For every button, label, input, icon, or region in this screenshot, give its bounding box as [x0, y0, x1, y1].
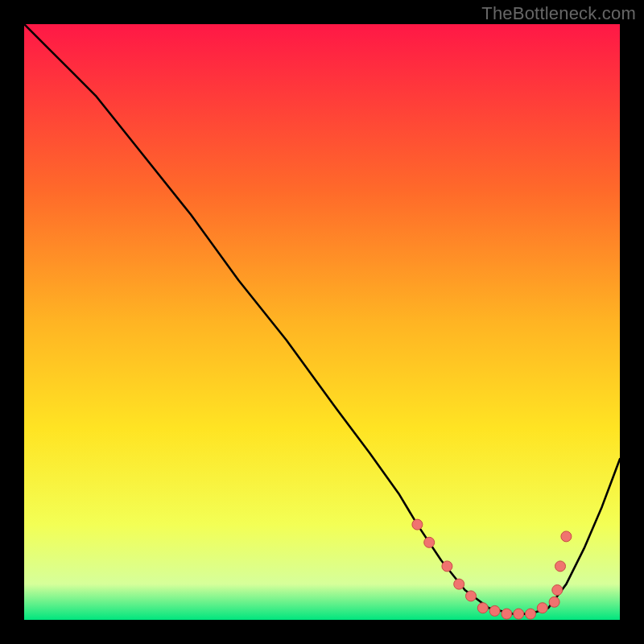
marker-point	[412, 519, 423, 530]
marker-point	[466, 591, 477, 601]
plot-area	[24, 24, 620, 620]
marker-point	[477, 603, 488, 613]
marker-point	[561, 531, 572, 542]
marker-point	[537, 603, 547, 613]
marker-point	[454, 579, 464, 589]
marker-point	[555, 561, 566, 572]
marker-point	[526, 609, 536, 619]
gradient-background	[24, 24, 620, 620]
marker-point	[502, 609, 512, 619]
chart-svg	[24, 24, 620, 620]
marker-point	[549, 597, 559, 607]
marker-point	[489, 605, 500, 616]
watermark-text: TheBottleneck.com	[481, 3, 636, 24]
marker-point	[552, 585, 563, 596]
marker-point	[514, 609, 524, 619]
marker-point	[442, 561, 452, 572]
marker-point	[424, 537, 435, 547]
chart-frame: TheBottleneck.com	[0, 0, 644, 644]
